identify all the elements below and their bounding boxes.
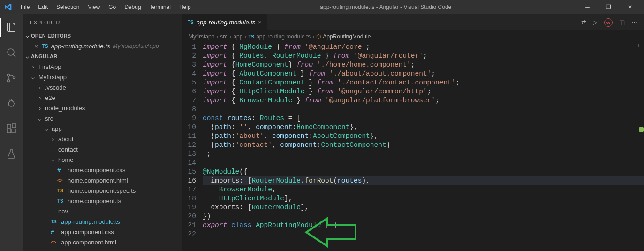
folder-label: home <box>58 156 74 163</box>
breadcrumb-item[interactable]: app <box>233 33 242 40</box>
run-icon[interactable]: ▷ <box>593 19 598 26</box>
chevron-right-icon: › <box>229 33 231 40</box>
folder-src[interactable]: ⌵src <box>23 113 182 123</box>
maximize-button[interactable]: ❐ <box>598 0 619 14</box>
file-tree: ›FirstApp ⌵Myfirstapp ›.vscode ›e2e ›nod… <box>23 61 182 251</box>
folder-app[interactable]: ⌵app <box>23 123 182 134</box>
svg-rect-6 <box>7 129 11 133</box>
split-editor-icon[interactable]: ◫ <box>619 19 625 26</box>
ts-file-icon: TS <box>42 44 48 49</box>
folder-label: app <box>52 125 62 132</box>
explorer-icon[interactable] <box>0 18 23 37</box>
menu-edit[interactable]: Edit <box>34 2 52 12</box>
file-label: app.component.css <box>61 228 114 236</box>
file-app-html[interactable]: <>app.component.html <box>23 237 182 247</box>
breadcrumb-item[interactable]: Myfirstapp <box>189 33 214 40</box>
chevron-right-icon: › <box>244 33 246 40</box>
close-icon[interactable]: × <box>258 19 262 26</box>
more-actions-icon[interactable]: ⋯ <box>631 19 637 26</box>
wallaby-icon[interactable]: w <box>604 18 613 27</box>
menu-go[interactable]: Go <box>105 2 120 12</box>
chevron-right-icon: › <box>38 105 42 112</box>
code-content[interactable]: import { NgModule } from '@angular/core'… <box>203 43 644 251</box>
compare-icon[interactable]: ⇄ <box>581 19 586 26</box>
file-label: app-routing.module.ts <box>61 218 120 225</box>
class-icon: ⬡ <box>316 33 321 40</box>
folder-node-modules[interactable]: ›node_modules <box>23 103 182 113</box>
file-home-ts[interactable]: TShome.component.ts <box>23 196 182 206</box>
window-controls: ─ ❐ ✕ <box>577 0 640 14</box>
chevron-down-icon: ⌵ <box>24 33 31 39</box>
folder-myfirstapp[interactable]: ⌵Myfirstapp <box>23 72 182 82</box>
debug-icon[interactable] <box>0 94 23 113</box>
breadcrumb[interactable]: Myfirstapp › src › app › TS app-routing.… <box>182 30 644 43</box>
folder-home[interactable]: ⌵home <box>23 154 182 165</box>
workspace-label: ANGULAR <box>31 53 57 59</box>
chevron-down-icon: ⌵ <box>51 156 55 163</box>
file-app-css[interactable]: #app.component.css <box>23 227 182 237</box>
html-file-icon: <> <box>57 178 65 183</box>
svg-point-0 <box>8 49 14 55</box>
svg-rect-5 <box>7 124 11 128</box>
menu-file[interactable]: File <box>17 2 33 12</box>
menu-view[interactable]: View <box>84 2 104 12</box>
search-icon[interactable] <box>0 43 23 62</box>
folder-contact[interactable]: ›contact <box>23 144 182 154</box>
chevron-right-icon: › <box>51 208 55 215</box>
menu-bar: File Edit Selection View Go Debug Termin… <box>17 2 195 12</box>
vertical-scrollbar[interactable] <box>637 43 644 251</box>
open-editors-header[interactable]: ⌵ OPEN EDITORS <box>23 30 182 41</box>
menu-debug[interactable]: Debug <box>121 2 144 12</box>
folder-nav[interactable]: ›nav <box>23 206 182 216</box>
folder-label: nav <box>58 208 68 215</box>
ts-file-icon: TS <box>51 219 58 224</box>
workspace-header[interactable]: ⌵ ANGULAR <box>23 51 182 61</box>
menu-selection[interactable]: Selection <box>53 2 83 12</box>
tab-app-routing[interactable]: TS app-routing.module.ts × <box>182 14 268 30</box>
folder-label: contact <box>58 146 78 153</box>
close-icon[interactable]: × <box>33 43 39 50</box>
file-label: home.component.html <box>68 177 128 184</box>
file-label: app.component.html <box>61 239 116 246</box>
folder-e2e[interactable]: ›e2e <box>23 92 182 103</box>
chevron-down-icon: ⌵ <box>38 115 42 122</box>
chevron-down-icon: ⌵ <box>24 53 31 60</box>
file-home-css[interactable]: #home.component.css <box>23 165 182 175</box>
folder-label: Myfirstapp <box>38 74 67 81</box>
window-title: app-routing.module.ts - Angular - Visual… <box>195 4 577 10</box>
folder-vscode[interactable]: ›.vscode <box>23 82 182 92</box>
menu-terminal[interactable]: Terminal <box>146 2 174 12</box>
file-home-html[interactable]: <>home.component.html <box>23 175 182 185</box>
chevron-right-icon: › <box>216 33 218 40</box>
source-control-icon[interactable] <box>0 68 23 87</box>
line-numbers: 12345678910111213141516171819202122 <box>182 43 203 251</box>
chevron-down-icon: ⌵ <box>44 125 49 132</box>
folder-label: node_modules <box>45 105 85 112</box>
breadcrumb-symbol[interactable]: AppRoutingModule <box>323 33 371 40</box>
folder-about[interactable]: ›about <box>23 134 182 144</box>
open-editor-item[interactable]: × TS app-routing.module.ts Myfirstapp\sr… <box>23 41 182 51</box>
breadcrumb-file[interactable]: app-routing.module.ts <box>256 33 311 40</box>
svg-point-3 <box>13 76 15 79</box>
css-file-icon: # <box>51 228 58 236</box>
menu-help[interactable]: Help <box>175 2 195 12</box>
folder-label: src <box>45 115 53 122</box>
folder-label: e2e <box>45 94 55 101</box>
titlebar: File Edit Selection View Go Debug Termin… <box>0 0 644 14</box>
open-editors-label: OPEN EDITORS <box>31 33 71 38</box>
extensions-icon[interactable] <box>0 119 23 138</box>
chevron-down-icon: ⌵ <box>31 74 36 81</box>
chevron-right-icon: › <box>51 136 55 143</box>
folder-label: FirstApp <box>38 63 61 70</box>
minimize-button[interactable]: ─ <box>577 0 598 14</box>
vscode-logo-icon <box>4 3 12 11</box>
chevron-right-icon: › <box>38 84 42 91</box>
test-icon[interactable] <box>0 145 23 163</box>
file-label: home.component.spec.ts <box>68 187 136 194</box>
close-button[interactable]: ✕ <box>619 0 640 14</box>
breadcrumb-item[interactable]: src <box>220 33 227 40</box>
code-editor[interactable]: 12345678910111213141516171819202122 impo… <box>182 43 644 251</box>
file-home-spec[interactable]: TShome.component.spec.ts <box>23 185 182 196</box>
file-app-routing[interactable]: TSapp-routing.module.ts <box>23 216 182 227</box>
folder-firstapp[interactable]: ›FirstApp <box>23 61 182 72</box>
